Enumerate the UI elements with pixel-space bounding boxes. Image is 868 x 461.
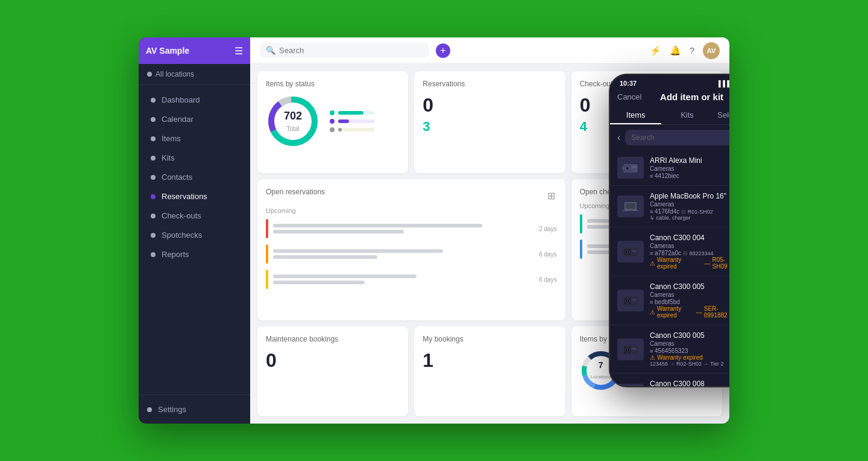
sidebar-item-items[interactable]: Items bbox=[142, 129, 247, 148]
nav-dot bbox=[151, 194, 156, 199]
location-center: 7 Locations bbox=[591, 360, 611, 381]
sidebar-item-reservations[interactable]: Reservations bbox=[142, 187, 247, 206]
item-name: Canon C300 004 bbox=[650, 234, 729, 242]
nav-dot bbox=[151, 117, 156, 122]
sidebar-header: AV Sample ☰ bbox=[139, 37, 250, 64]
svg-rect-23 bbox=[632, 250, 637, 252]
grid-icon[interactable]: ⊞ bbox=[547, 190, 557, 200]
item-thumbnail bbox=[617, 157, 644, 179]
day-label: 2 days bbox=[539, 226, 556, 232]
item-category: Cameras bbox=[650, 165, 729, 172]
nav-dot bbox=[151, 214, 156, 218]
tab-kits[interactable]: Kits bbox=[661, 107, 712, 124]
nav-label: Dashboard bbox=[162, 95, 200, 104]
search-input[interactable] bbox=[279, 46, 423, 55]
nav-dot bbox=[151, 252, 156, 257]
item-info: Apple MacBook Pro 16" Core™ Cameras ≡ 41… bbox=[650, 192, 729, 221]
phone-search-input[interactable] bbox=[625, 130, 729, 145]
svg-rect-29 bbox=[632, 299, 637, 301]
nav-label: Spotchecks bbox=[162, 230, 202, 240]
item-warning: ⚠ Warranty expired bbox=[650, 354, 729, 361]
day-label: 6 days bbox=[539, 251, 556, 258]
menu-icon[interactable]: ☰ bbox=[234, 45, 243, 57]
sidebar-item-contacts[interactable]: Contacts bbox=[142, 168, 247, 186]
reservation-bar-item: 2 days bbox=[266, 219, 557, 238]
lightning-icon[interactable]: ⚡ bbox=[650, 45, 661, 56]
sidebar-bottom: Settings bbox=[139, 395, 250, 424]
donut-container: 702 Total bbox=[266, 94, 400, 148]
phone-dialog-title: Add item or kit bbox=[660, 92, 723, 102]
nav-label: Contacts bbox=[162, 173, 192, 182]
tab-items[interactable]: Items bbox=[610, 107, 661, 124]
search-container: 🔍 bbox=[260, 43, 429, 58]
color-indicator-red bbox=[266, 219, 268, 238]
phone-list-item[interactable]: Canon C300 004 Cameras ≡ a7872a0c ⊟ 8822… bbox=[610, 227, 729, 276]
bell-icon[interactable]: 🔔 bbox=[670, 45, 681, 56]
legend-bar bbox=[338, 119, 374, 123]
location-label: All locations bbox=[156, 70, 194, 78]
item-warning: ⚠ Warranty expired — SER-0991882 ... bbox=[650, 305, 729, 319]
tab-selected[interactable]: Selected (0) bbox=[713, 107, 729, 124]
phone-back-icon[interactable]: ‹ bbox=[617, 132, 620, 143]
nav-dot bbox=[151, 233, 156, 238]
item-info: Canon C300 004 Cameras ≡ a7872a0c ⊟ 8822… bbox=[650, 234, 729, 270]
phone-tabs: Items Kits Selected (0) bbox=[610, 107, 729, 125]
avatar[interactable]: AV bbox=[703, 42, 720, 59]
add-button[interactable]: + bbox=[436, 43, 450, 58]
phone-list-item[interactable]: Apple MacBook Pro 16" Core™ Cameras ≡ 41… bbox=[610, 186, 729, 227]
bar-lines bbox=[273, 275, 534, 284]
donut-chart: 702 Total bbox=[266, 94, 320, 148]
location-dot bbox=[147, 72, 152, 77]
checkouts-sub: 4 bbox=[580, 119, 587, 134]
maintenance-value: 0 bbox=[266, 349, 400, 372]
color-indicator-yellow bbox=[266, 270, 268, 289]
sidebar-logo: AV Sample bbox=[146, 46, 189, 56]
svg-point-33 bbox=[627, 349, 629, 351]
bar-line bbox=[273, 230, 404, 234]
app-wrapper: AV Sample ☰ All locations Dashboard Cale… bbox=[139, 37, 729, 424]
reservations-sub: 3 bbox=[423, 119, 430, 134]
sidebar-item-checkouts[interactable]: Check-outs bbox=[142, 206, 247, 225]
sidebar-item-calendar[interactable]: Calendar bbox=[142, 110, 247, 129]
phone-item-list: ARRI Alexa Mini Cameras ≡ 4412biec bbox=[610, 150, 729, 387]
item-info: Canon C300 005 Cameras ≡ bedbf5bd ⚠ Warr… bbox=[650, 282, 729, 319]
legend-dot-unavailable bbox=[330, 127, 335, 132]
sidebar-item-reports[interactable]: Reports bbox=[142, 245, 247, 264]
nav-dot bbox=[151, 136, 156, 141]
item-id: ≡ 4564565323 bbox=[650, 348, 729, 354]
item-id: ≡ 4176fd4c ⊟ R01-SH02 bbox=[650, 208, 729, 215]
help-icon[interactable]: ? bbox=[690, 45, 694, 56]
svg-point-28 bbox=[627, 300, 629, 302]
location-count: 7 bbox=[591, 360, 611, 370]
sidebar-item-dashboard[interactable]: Dashboard bbox=[142, 91, 247, 109]
topbar-icons: ⚡ 🔔 ? AV bbox=[650, 42, 720, 59]
item-name: Apple MacBook Pro 16" Core™ bbox=[650, 192, 729, 200]
bar-line bbox=[273, 249, 443, 253]
reservations-title: Reservations bbox=[423, 80, 556, 88]
bar-lines bbox=[273, 249, 534, 259]
legend-item-checked bbox=[330, 119, 374, 124]
nav-label: Kits bbox=[162, 153, 175, 162]
phone-list-item[interactable]: Canon C300 005 Cameras ≡ bedbf5bd ⚠ Warr… bbox=[610, 276, 729, 325]
open-reservations-header: Open reservations ⊞ bbox=[266, 188, 557, 202]
phone-list-item[interactable]: ARRI Alexa Mini Cameras ≡ 4412biec bbox=[610, 150, 729, 186]
nav-dot bbox=[151, 156, 156, 161]
topbar: 🔍 + ⚡ 🔔 ? AV bbox=[250, 37, 729, 64]
reservation-bar-item: 6 days bbox=[266, 270, 557, 289]
sidebar-item-kits[interactable]: Kits bbox=[142, 148, 247, 167]
item-thumbnail bbox=[617, 339, 644, 360]
phone-list-item[interactable]: Canon C300 008 Cameras ≡ 6676768 ⚠ Warra… bbox=[610, 374, 729, 387]
sidebar-item-settings[interactable]: Settings bbox=[147, 401, 242, 418]
upcoming-label: Upcoming bbox=[266, 207, 557, 214]
phone-header: Cancel Add item or kit Add bbox=[610, 89, 729, 107]
phone-list-item[interactable]: Canon C300 005 Cameras ≡ 4564565323 ⚠ Wa… bbox=[610, 325, 729, 374]
color-indicator-green bbox=[580, 214, 582, 234]
item-category: Cameras bbox=[650, 243, 729, 249]
nav-label: Reservations bbox=[162, 192, 207, 201]
svg-rect-18 bbox=[628, 210, 633, 211]
sidebar-location[interactable]: All locations bbox=[139, 64, 250, 85]
maintenance-card: Maintenance bookings 0 bbox=[257, 326, 408, 416]
sidebar-item-spotchecks[interactable]: Spotchecks bbox=[142, 226, 247, 244]
svg-rect-16 bbox=[626, 203, 636, 209]
phone-cancel-button[interactable]: Cancel bbox=[617, 92, 641, 101]
